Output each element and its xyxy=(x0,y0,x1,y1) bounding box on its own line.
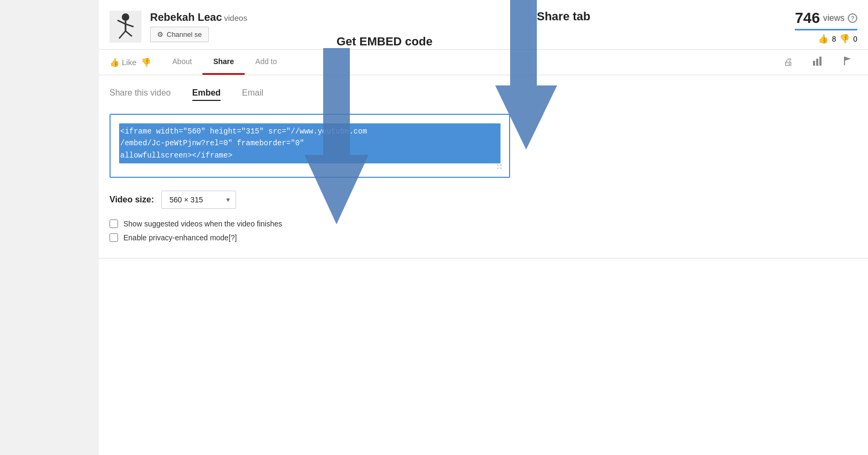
dislike-thumb-icon: 👎 xyxy=(839,34,850,44)
share-sub-tab-email[interactable]: Email xyxy=(242,88,263,101)
video-size-row: Video size: 560 × 315 640 × 360 853 × 48… xyxy=(110,191,857,209)
left-sidebar xyxy=(0,0,99,455)
suggested-checkbox[interactable] xyxy=(110,219,118,228)
channel-info: Rebekah Leacvideos ⚙ Channel se xyxy=(150,11,795,42)
tab-add-to[interactable]: Add to xyxy=(245,50,287,75)
views-count: 746 xyxy=(795,10,820,27)
suggested-label: Show suggested videos when the video fin… xyxy=(123,219,282,228)
drag-handle[interactable] xyxy=(495,162,504,172)
like-label: Like xyxy=(122,58,137,67)
views-section: 746 views ? 👍 8 👎 0 xyxy=(795,10,857,44)
help-icon[interactable]: ? xyxy=(848,13,857,23)
channel-avatar xyxy=(110,11,142,43)
flag-button[interactable] xyxy=(838,51,857,73)
svg-rect-11 xyxy=(819,57,822,66)
svg-point-3 xyxy=(122,13,129,21)
svg-point-17 xyxy=(501,168,502,169)
share-sub-tabs: Share this video Embed Email xyxy=(110,88,857,101)
channel-name-text: Rebekah Leac xyxy=(150,11,222,23)
share-panel: Share this video Embed Email <iframe wid… xyxy=(99,75,868,258)
like-icon: 👍 xyxy=(110,58,120,67)
svg-point-15 xyxy=(501,164,502,166)
gear-icon: ⚙ xyxy=(157,30,163,38)
embed-code-inner: <iframe width="560" height="315" src="//… xyxy=(119,123,501,163)
like-dislike-buttons: 👍 Like 👎 xyxy=(110,50,151,75)
like-thumb-icon: 👍 xyxy=(818,34,828,44)
tab-navigation: About Share Add to xyxy=(162,50,779,75)
channel-header: Rebekah Leacvideos ⚙ Channel se 746 view… xyxy=(99,0,868,50)
flag-icon xyxy=(842,58,853,68)
stats-icon xyxy=(812,58,823,68)
video-size-select[interactable]: 560 × 315 640 × 360 853 × 480 1280 × 720 xyxy=(161,191,236,209)
svg-rect-10 xyxy=(816,59,818,66)
checkbox-suggested: Show suggested videos when the video fin… xyxy=(110,219,857,228)
stats-button[interactable] xyxy=(808,51,827,73)
like-button[interactable]: 👍 Like xyxy=(110,58,137,67)
views-label: views xyxy=(823,13,844,23)
print-button[interactable]: 🖨 xyxy=(779,52,797,72)
svg-marker-13 xyxy=(844,57,851,61)
video-size-select-wrapper: 560 × 315 640 × 360 853 × 480 1280 × 720 xyxy=(161,191,236,209)
embed-code-text: <iframe width="560" height="315" src="//… xyxy=(120,127,367,160)
views-bar xyxy=(795,29,857,30)
video-size-label: Video size: xyxy=(110,195,154,205)
svg-point-14 xyxy=(497,164,499,166)
dislike-count: 0 xyxy=(853,35,857,43)
dislike-icon: 👎 xyxy=(141,58,151,67)
action-tabs-row: 👍 Like 👎 About Share Add to 🖨 xyxy=(99,50,868,75)
tab-about[interactable]: About xyxy=(162,50,203,75)
share-sub-tab-share[interactable]: Share this video xyxy=(110,88,171,101)
tab-icon-buttons: 🖨 xyxy=(779,51,857,73)
svg-rect-9 xyxy=(813,61,815,66)
print-icon: 🖨 xyxy=(784,57,793,67)
main-content: Share tab Get EMBED code xyxy=(99,0,868,455)
embed-code-box[interactable]: <iframe width="560" height="315" src="//… xyxy=(110,114,510,178)
channel-videos-label: videos xyxy=(224,13,247,22)
like-dislike-row: 👍 8 👎 0 xyxy=(818,34,857,44)
svg-point-16 xyxy=(497,168,499,169)
dislike-button[interactable]: 👎 xyxy=(141,58,151,67)
like-count: 8 xyxy=(832,35,836,43)
share-sub-tab-embed[interactable]: Embed xyxy=(192,88,221,101)
checkbox-privacy: Enable privacy-enhanced mode[?] xyxy=(110,233,857,242)
privacy-label: Enable privacy-enhanced mode[?] xyxy=(123,233,237,242)
channel-settings-button[interactable]: ⚙ Channel se xyxy=(150,27,209,42)
tab-share[interactable]: Share xyxy=(202,50,245,75)
privacy-checkbox[interactable] xyxy=(110,233,118,242)
channel-name: Rebekah Leacvideos xyxy=(150,11,795,23)
channel-settings-text: Channel se xyxy=(167,30,202,38)
